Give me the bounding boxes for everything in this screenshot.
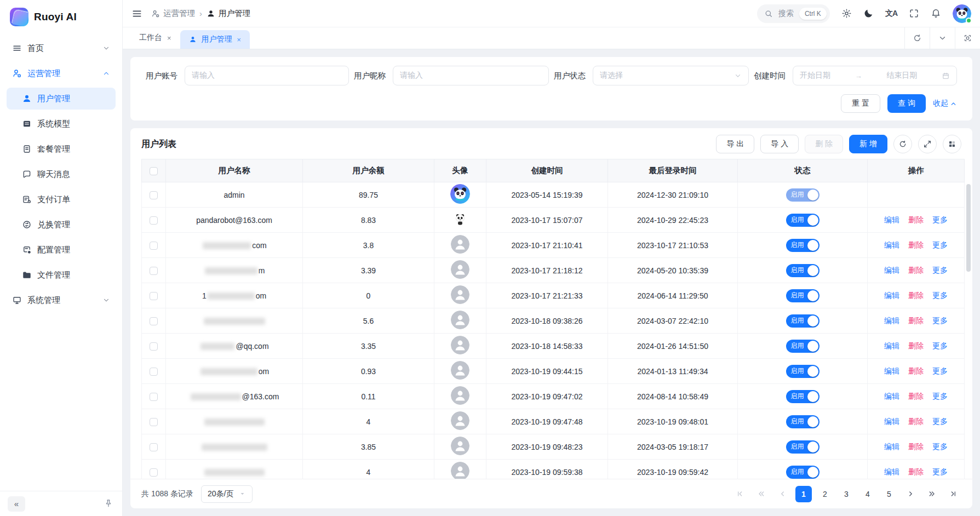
content-fullscreen-icon[interactable] xyxy=(955,27,980,49)
tab-工作台[interactable]: 工作台× xyxy=(130,27,180,49)
row-checkbox[interactable] xyxy=(150,342,158,351)
delete-link[interactable]: 删除 xyxy=(908,417,924,426)
edit-link[interactable]: 编辑 xyxy=(884,442,899,451)
more-link[interactable]: 更多 xyxy=(932,366,948,375)
delete-link[interactable]: 删除 xyxy=(908,341,924,350)
status-toggle[interactable]: 启用 xyxy=(786,415,819,428)
status-toggle[interactable]: 启用 xyxy=(786,239,819,252)
page-button-1[interactable]: 1 xyxy=(795,486,812,502)
export-button[interactable]: 导 出 xyxy=(716,135,754,153)
date-range-picker[interactable]: 开始日期 → 结束日期 xyxy=(793,66,957,85)
translate-icon[interactable]: 文A xyxy=(885,9,897,19)
status-toggle[interactable]: 启用 xyxy=(786,440,819,454)
delete-link[interactable]: 删除 xyxy=(908,215,924,224)
delete-link[interactable]: 删除 xyxy=(908,291,924,300)
reset-button[interactable]: 重 置 xyxy=(841,94,880,113)
more-link[interactable]: 更多 xyxy=(932,266,948,274)
prev-page-button[interactable] xyxy=(774,486,790,502)
fullscreen-icon[interactable] xyxy=(909,8,919,19)
user-avatar[interactable] xyxy=(953,4,971,23)
status-toggle[interactable]: 启用 xyxy=(786,264,819,277)
breadcrumb-group[interactable]: 运营管理 xyxy=(151,8,195,19)
status-toggle[interactable]: 启用 xyxy=(786,314,819,328)
row-checkbox[interactable] xyxy=(150,292,158,300)
search-button[interactable]: 查 询 xyxy=(887,94,926,113)
page-button-5[interactable]: 5 xyxy=(881,486,897,502)
refresh-tab-icon[interactable] xyxy=(904,27,930,49)
more-link[interactable]: 更多 xyxy=(932,467,948,476)
delete-link[interactable]: 删除 xyxy=(908,266,924,274)
delete-button[interactable]: 删 除 xyxy=(805,135,843,153)
status-toggle[interactable]: 启用 xyxy=(786,188,819,202)
scrollbar-thumb[interactable] xyxy=(966,184,971,272)
tab-用户管理[interactable]: 用户管理× xyxy=(180,30,250,49)
delete-link[interactable]: 删除 xyxy=(908,392,924,400)
row-checkbox[interactable] xyxy=(150,267,158,275)
delete-link[interactable]: 删除 xyxy=(908,366,924,375)
pin-icon[interactable] xyxy=(104,498,114,509)
sidebar-item-兑换管理[interactable]: 兑换管理 xyxy=(7,214,116,236)
settings-icon[interactable] xyxy=(841,8,852,19)
sidebar-group-运营管理[interactable]: 运营管理 xyxy=(7,62,116,84)
row-checkbox[interactable] xyxy=(150,443,158,451)
dark-mode-icon[interactable] xyxy=(863,8,874,19)
table-scrollbar[interactable] xyxy=(966,183,971,477)
status-select[interactable]: 请选择 xyxy=(593,66,749,85)
more-link[interactable]: 更多 xyxy=(932,392,948,400)
edit-link[interactable]: 编辑 xyxy=(884,215,899,224)
delete-link[interactable]: 删除 xyxy=(908,240,924,249)
refresh-table-icon[interactable] xyxy=(893,135,912,153)
status-toggle[interactable]: 启用 xyxy=(786,289,819,302)
next-10-pages-button[interactable] xyxy=(924,486,940,502)
menu-toggle-icon[interactable] xyxy=(131,8,142,19)
last-page-button[interactable] xyxy=(945,486,961,502)
row-checkbox[interactable] xyxy=(150,368,158,376)
select-all-checkbox[interactable] xyxy=(150,167,158,175)
tab-menu-icon[interactable] xyxy=(930,27,955,49)
logo[interactable]: Ruoyi AI xyxy=(0,0,122,34)
close-tab-icon[interactable]: × xyxy=(237,36,242,44)
row-checkbox[interactable] xyxy=(150,468,158,477)
nickname-input[interactable]: 请输入 xyxy=(393,66,549,85)
sidebar-group-首页[interactable]: 首页 xyxy=(7,37,116,59)
edit-link[interactable]: 编辑 xyxy=(884,316,899,325)
sidebar-item-用户管理[interactable]: 用户管理 xyxy=(7,88,116,110)
row-checkbox[interactable] xyxy=(150,242,158,250)
page-size-select[interactable]: 20条/页 xyxy=(201,485,253,503)
row-checkbox[interactable] xyxy=(150,418,158,426)
status-toggle[interactable]: 启用 xyxy=(786,214,819,227)
sidebar-item-支付订单[interactable]: 支付订单 xyxy=(7,188,116,210)
row-checkbox[interactable] xyxy=(150,317,158,325)
more-link[interactable]: 更多 xyxy=(932,341,948,350)
edit-link[interactable]: 编辑 xyxy=(884,392,899,400)
sidebar-collapse-button[interactable]: « xyxy=(8,496,25,512)
sidebar-item-聊天消息[interactable]: 聊天消息 xyxy=(7,163,116,185)
more-link[interactable]: 更多 xyxy=(932,240,948,249)
sidebar-item-文件管理[interactable]: 文件管理 xyxy=(7,264,116,286)
notifications-icon[interactable] xyxy=(931,8,941,19)
first-page-button[interactable] xyxy=(731,486,748,502)
page-button-2[interactable]: 2 xyxy=(817,486,833,502)
next-page-button[interactable] xyxy=(902,486,919,502)
row-checkbox[interactable] xyxy=(150,216,158,225)
delete-link[interactable]: 删除 xyxy=(908,467,924,476)
edit-link[interactable]: 编辑 xyxy=(884,417,899,426)
sidebar-item-系统模型[interactable]: 系统模型 xyxy=(7,113,116,135)
collapse-filter-link[interactable]: 收起 xyxy=(933,99,957,108)
prev-10-pages-button[interactable] xyxy=(753,486,769,502)
status-toggle[interactable]: 启用 xyxy=(786,390,819,403)
row-checkbox[interactable] xyxy=(150,393,158,401)
add-button[interactable]: 新 增 xyxy=(849,135,887,153)
sidebar-item-配置管理[interactable]: 配置管理 xyxy=(7,239,116,261)
delete-link[interactable]: 删除 xyxy=(908,442,924,451)
more-link[interactable]: 更多 xyxy=(932,291,948,300)
expand-table-icon[interactable] xyxy=(918,135,937,153)
import-button[interactable]: 导 入 xyxy=(760,135,799,153)
edit-link[interactable]: 编辑 xyxy=(884,266,899,274)
column-settings-icon[interactable] xyxy=(943,135,961,153)
edit-link[interactable]: 编辑 xyxy=(884,341,899,350)
delete-link[interactable]: 删除 xyxy=(908,316,924,325)
page-button-4[interactable]: 4 xyxy=(859,486,876,502)
account-input[interactable]: 请输入 xyxy=(185,66,349,85)
sidebar-group-系统管理[interactable]: 系统管理 xyxy=(7,289,116,311)
